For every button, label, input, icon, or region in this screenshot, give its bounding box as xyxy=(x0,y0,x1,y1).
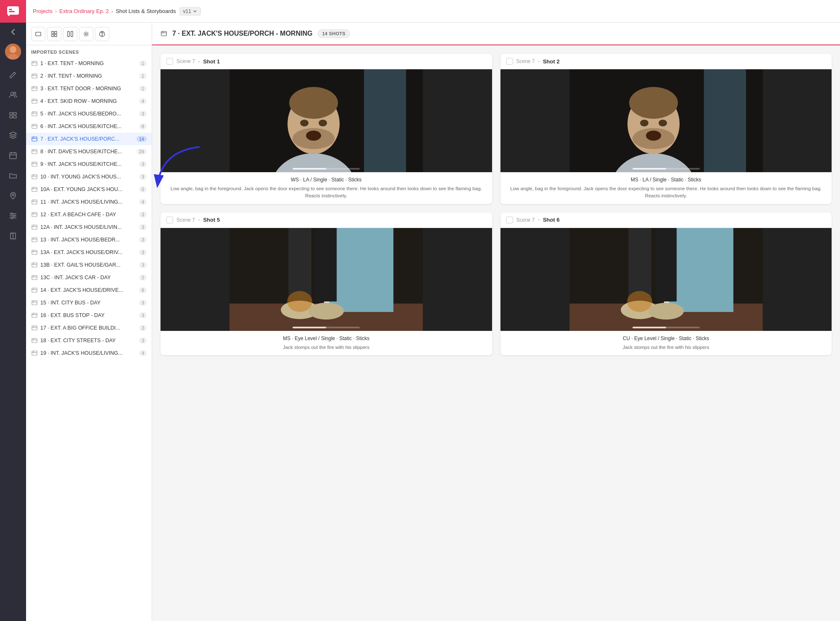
shot-checkbox[interactable] xyxy=(506,58,513,65)
sidebar-item-scene-15[interactable]: 15 · INT. CITY BUS - DAY 3 xyxy=(26,296,152,309)
toolbar-gear-btn[interactable] xyxy=(79,27,93,41)
scene-item-name: 13A · EXT. JACK'S HOUSE/DRIV... xyxy=(40,249,137,255)
shots-badge: 14 SHOTS xyxy=(318,29,350,38)
nav-schedule[interactable] xyxy=(4,146,22,165)
sidebar-item-scene-4[interactable]: 4 · EXT. SKID ROW - MORNING 4 xyxy=(26,95,152,107)
nav-location[interactable] xyxy=(4,186,22,205)
sidebar-item-scene-2[interactable]: 2 · INT. TENT - MORNING 1 xyxy=(26,70,152,82)
shot-scene-label: Scene 7 xyxy=(516,58,535,64)
sidebar-item-scene-8[interactable]: 8 · INT. DAVE'S HOUSE/KITCHE... 24 xyxy=(26,145,152,158)
scene-item-name: 9 · INT. JACK'S HOUSE/KITCHE... xyxy=(40,161,137,167)
toolbar-grid-btn[interactable] xyxy=(47,27,61,41)
breadcrumb-projects[interactable]: Projects xyxy=(33,8,53,14)
sidebar-item-scene-12A[interactable]: 12A · INT. JACK'S HOUSE/LIVIN... 3 xyxy=(26,221,152,233)
scene-item-count: 5 xyxy=(139,186,147,192)
svg-point-113 xyxy=(319,120,327,126)
svg-point-125 xyxy=(640,120,648,126)
breadcrumb-current: Shot Lists & Storyboards xyxy=(116,8,176,14)
sidebar-item-scene-1[interactable]: 1 · EXT. TENT - MORNING 1 xyxy=(26,57,152,70)
scene-item-name: 7 · EXT. JACK'S HOUSE/PORC... xyxy=(40,136,134,142)
sidebar-item-scene-13[interactable]: 13 · INT. JACK'S HOUSE/BEDR... 3 xyxy=(26,233,152,246)
nav-sliders[interactable] xyxy=(4,207,22,225)
sidebar-item-scene-13B[interactable]: 13B · EXT. GAIL'S HOUSE/GAR... 3 xyxy=(26,259,152,271)
sidebar-item-scene-9[interactable]: 9 · INT. JACK'S HOUSE/KITCHE... 3 xyxy=(26,158,152,170)
scene-item-name: 2 · INT. TENT - MORNING xyxy=(40,73,137,79)
shot-checkbox[interactable] xyxy=(506,217,513,223)
shot-num-label: Shot 2 xyxy=(543,58,560,65)
svg-point-115 xyxy=(292,128,334,149)
nav-storyboard[interactable] xyxy=(4,106,22,124)
svg-rect-75 xyxy=(32,250,37,254)
shot-specs: MS · LA / Single · Static · Sticks xyxy=(506,177,826,183)
shot-checkbox[interactable] xyxy=(166,217,173,223)
sidebar-item-scene-7[interactable]: 7 · EXT. JACK'S HOUSE/PORC... 14 xyxy=(26,133,152,145)
svg-rect-99 xyxy=(32,351,37,355)
scene-item-count: 3 xyxy=(139,111,147,117)
layers-icon xyxy=(9,131,17,139)
sidebar-item-scene-13A[interactable]: 13A · EXT. JACK'S HOUSE/DRIV... 3 xyxy=(26,246,152,259)
nav-book[interactable] xyxy=(4,227,22,245)
scene-item-count: 8 xyxy=(139,123,147,129)
sidebar-item-scene-13C[interactable]: 13C · INT. JACK'S CAR - DAY 2 xyxy=(26,271,152,284)
scene-list-icon xyxy=(31,236,38,243)
svg-rect-9 xyxy=(13,113,16,115)
shot-info-3: MS · Eye Level / Single · Static · Stick… xyxy=(161,331,492,355)
sidebar-item-scene-6[interactable]: 6 · INT. JACK'S HOUSE/KITCHE... 8 xyxy=(26,120,152,133)
sidebar-item-scene-12[interactable]: 12 · EXT. A BEACH CAFE - DAY 3 xyxy=(26,208,152,221)
sidebar-item-scene-5[interactable]: 5 · INT. JACK'S HOUSE/BEDRO... 3 xyxy=(26,107,152,120)
shot-image-1[interactable] xyxy=(161,69,492,172)
toolbar-question-btn[interactable] xyxy=(95,27,109,41)
sidebar-item-scene-18[interactable]: 18 · EXT. CITY STREETS - DAY 3 xyxy=(26,334,152,347)
shot-image-2[interactable] xyxy=(500,69,832,172)
folder-icon xyxy=(9,171,17,180)
svg-point-124 xyxy=(629,87,678,119)
svg-rect-141 xyxy=(292,327,326,328)
svg-rect-25 xyxy=(68,31,69,36)
avatar[interactable] xyxy=(5,44,21,60)
svg-point-7 xyxy=(14,92,16,94)
rectangle-icon xyxy=(35,31,42,37)
scene-item-count: 3 xyxy=(139,237,147,243)
scene-item-count: 1 xyxy=(139,60,147,66)
scene-list-icon xyxy=(31,325,38,331)
sliders-icon xyxy=(9,212,17,220)
scene-list-icon xyxy=(31,312,38,319)
nav-layers[interactable] xyxy=(4,126,22,144)
svg-point-150 xyxy=(627,291,652,312)
sidebar-item-scene-10A[interactable]: 10A · EXT. YOUNG JACK'S HOU... 5 xyxy=(26,183,152,196)
scene-item-name: 14 · EXT. JACK'S HOUSE/DRIVE... xyxy=(40,287,137,293)
svg-rect-21 xyxy=(52,31,54,33)
sidebar-item-scene-19[interactable]: 19 · INT. JACK'S HOUSE/LIVING... 4 xyxy=(26,347,152,359)
shot-checkbox[interactable] xyxy=(166,58,173,65)
app-logo[interactable] xyxy=(0,0,26,23)
toolbar-columns-btn[interactable] xyxy=(63,27,77,41)
breadcrumb-project[interactable]: Extra Ordinary Ep. 2 xyxy=(59,8,109,14)
svg-rect-93 xyxy=(32,326,37,330)
back-button[interactable] xyxy=(0,23,26,41)
sidebar-item-scene-10[interactable]: 10 · INT. YOUNG JACK'S HOUS... 3 xyxy=(26,170,152,183)
shot-image-4[interactable] xyxy=(500,228,832,331)
version-badge[interactable]: v11 xyxy=(179,7,201,16)
sidebar-item-scene-14[interactable]: 14 · EXT. JACK'S HOUSE/DRIVE... 6 xyxy=(26,284,152,296)
nav-people[interactable] xyxy=(4,86,22,104)
svg-point-19 xyxy=(11,217,13,219)
sidebar-item-scene-11[interactable]: 11 · INT. JACK'S HOUSE/LIVING... 4 xyxy=(26,196,152,208)
shot-grid: Scene 7 › Shot 1 WS · LA / Single · Stat… xyxy=(152,45,840,621)
svg-rect-102 xyxy=(161,31,166,36)
nav-folder[interactable] xyxy=(4,166,22,185)
nav-edit[interactable] xyxy=(4,66,22,84)
sidebar-item-scene-3[interactable]: 3 · EXT. TENT DOOR - MORNING 1 xyxy=(26,82,152,95)
scene-list-icon xyxy=(31,350,38,356)
sidebar-section-label: IMPORTED SCENES xyxy=(26,45,152,57)
svg-point-138 xyxy=(308,303,344,320)
scene-item-count: 3 xyxy=(139,224,147,230)
scene-list-icon xyxy=(31,148,38,155)
shot-image-3[interactable] xyxy=(161,228,492,331)
scene-list-icon xyxy=(31,136,38,142)
toolbar-rectangle-btn[interactable] xyxy=(31,27,45,41)
svg-rect-12 xyxy=(10,153,16,159)
sidebar-item-scene-16[interactable]: 16 · EXT. BUS STOP - DAY 3 xyxy=(26,309,152,322)
shot-desc: Jack stomps out the fire with his slippe… xyxy=(166,344,486,351)
sidebar-item-scene-17[interactable]: 17 · EXT. A BIG OFFICE BUILDI... 3 xyxy=(26,322,152,334)
scene-list-icon xyxy=(31,337,38,344)
